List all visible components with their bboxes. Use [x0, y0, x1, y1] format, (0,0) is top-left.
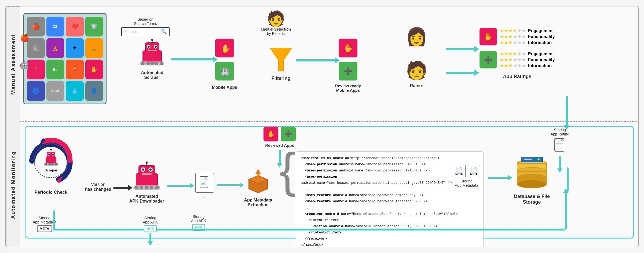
- code-line-5: ...: [301, 186, 478, 192]
- orange-box-svg: [243, 166, 273, 196]
- database-svg: [513, 157, 551, 192]
- expert-person-icon: 🧑: [261, 11, 291, 26]
- storing-app-rating-area: StoringApp Rating: [551, 128, 569, 170]
- rating-2-text: ★★★★★★ Engagement ★★★★★★ Functionality ★…: [500, 51, 555, 69]
- rating-block-2: ➕ ★★★★★★ Engagement ★★★★★★ Functionality…: [480, 51, 555, 69]
- meta-icons-pair: 📄 META 📄 META: [453, 165, 480, 177]
- robot-svg-manual: [137, 39, 167, 68]
- meta-icon-1: 📄 META: [453, 165, 466, 177]
- storing-apk-area: StoringApp APK APK: [191, 214, 206, 231]
- cross-icon-review-green: ➕: [344, 67, 352, 75]
- bottom-connection-line: [53, 229, 565, 230]
- apk-arrow-down: ↓: [195, 195, 214, 199]
- app-icon-zs: ZS: [46, 17, 64, 36]
- curly-brace: {: [280, 157, 296, 183]
- arrowhead-6: [190, 183, 194, 188]
- svg-marker-45: [270, 48, 292, 71]
- expert-label: Manuel Selectionby Experts: [261, 27, 291, 36]
- storing-apk-bottom-label: StoringApp APK: [143, 216, 158, 224]
- rating-pink-icon: ✋: [480, 28, 497, 45]
- arrowhead-4: [474, 69, 479, 76]
- app-icon-walk: 🚶: [85, 38, 103, 58]
- raters-area: 👩 🧑 Raters: [406, 28, 427, 79]
- svg-point-35: [155, 46, 157, 48]
- android-platform-icon: 🤖: [20, 60, 29, 69]
- apk-icon-area: APK ↓: [195, 173, 214, 199]
- search-placeholder: Search...: [124, 30, 161, 34]
- rater-person-1: 👩: [406, 28, 427, 45]
- arrow-to-db-left: [488, 177, 509, 179]
- app-ratings-area: ✋ ★★★★★★ Engagement ★★★★★★ Functionality…: [480, 28, 555, 69]
- code-line-2: <uses-permission android:name="android.p…: [301, 162, 478, 168]
- scraper-label-manual: AutomatedScraper: [137, 70, 167, 80]
- svg-point-42: [160, 61, 163, 65]
- arrow-ratings-down: [566, 96, 568, 126]
- app-icon-star: ✦: [66, 38, 84, 58]
- expert-selection-area: 🧑 Manuel Selectionby Experts: [261, 11, 291, 36]
- svg-point-64: [146, 162, 148, 164]
- meta-badge-1: META: [37, 225, 52, 232]
- diagram-container: Version has changed: [5, 6, 639, 247]
- svg-point-67: [142, 168, 144, 171]
- arrowhead-3: [474, 46, 479, 52]
- arrowhead-apk-down: [148, 241, 153, 246]
- review-ready-label: Review-readyMobile Apps: [335, 83, 361, 93]
- automated-section-label: Automated Monitoring: [6, 122, 20, 247]
- apk-doc-icon: APK: [195, 173, 214, 193]
- svg-point-59: [51, 163, 54, 166]
- arrow-raters-to-ratings-2: [446, 72, 475, 74]
- search-icon[interactable]: 🔍: [161, 29, 167, 35]
- search-term-label: Based onSearch Terms: [121, 17, 170, 26]
- svg-point-39: [146, 61, 150, 65]
- search-area: Based onSearch Terms Search... 🔍: [121, 17, 170, 36]
- svg-point-40: [150, 61, 154, 65]
- svg-text:🏥: 🏥: [221, 68, 229, 76]
- db-label: Database & FileStorage: [513, 194, 551, 205]
- apk-downloader-area: AutomatedAPK Downloader: [129, 161, 164, 204]
- arrow-apk-to-meta: [217, 184, 241, 186]
- storing-metadata-right-area: 📄 META 📄 META StoringApp Metadata: [453, 165, 480, 188]
- arrowhead-10: [557, 168, 562, 173]
- svg-point-54: [48, 153, 50, 155]
- svg-point-75: [155, 186, 159, 189]
- code-line-7: <uses-feature android:name="android.hard…: [301, 199, 478, 205]
- svg-marker-81: [255, 169, 261, 174]
- app-icon-person: 👤: [85, 81, 103, 101]
- rating-green-icon: ➕: [480, 51, 497, 68]
- apk-file-svg: APK: [199, 176, 210, 189]
- svg-text:✋: ✋: [221, 44, 230, 53]
- apk-storing-arrow: [149, 233, 151, 243]
- code-line-6: <uses-feature android:name="android.hard…: [301, 192, 478, 199]
- reviewed-green-icon: ➕: [281, 127, 296, 141]
- arrowhead-9: [508, 175, 512, 180]
- svg-point-73: [145, 186, 149, 189]
- mini-robot-svg: [42, 149, 60, 168]
- bottom-right-vert-line: [565, 192, 567, 229]
- stars-row-2-3: ★★★★★★ Information: [500, 63, 555, 69]
- apk-badge-bottom: APK: [144, 225, 156, 232]
- arrow-version-to-apk: [113, 187, 129, 189]
- review-green-icon: ➕: [339, 62, 357, 80]
- svg-point-58: [48, 163, 51, 166]
- mobile-apps-label: Mobile Apps: [212, 85, 237, 90]
- storing-meta-label-right: StoringApp Metadata: [453, 179, 480, 188]
- meta-icon-2: 📄 META: [468, 165, 481, 177]
- search-box[interactable]: Search... 🔍: [121, 27, 170, 36]
- app-ratings-label: App Ratings: [503, 74, 531, 79]
- code-line-9: <receiver android:name="RemoteClasses.Bo…: [301, 211, 478, 217]
- svg-text:APK: APK: [200, 182, 206, 185]
- doc-icon-svg: [553, 138, 567, 154]
- code-line-14: </manifest>: [301, 242, 478, 247]
- scraper-dashed-circle: Scraper: [34, 143, 68, 178]
- hand-icon-review-pink: ✋: [343, 43, 353, 53]
- svg-point-72: [140, 186, 143, 189]
- rating-1-text: ★★★★★★ Engagement ★★★★★★ Functionality ★…: [500, 28, 555, 46]
- app-icon-android: 🤖: [27, 38, 45, 58]
- filtering-label: Filtering: [269, 76, 293, 81]
- app-icon-yoga: 🧘: [46, 38, 64, 58]
- functionality-label-1: Functionality: [528, 34, 555, 39]
- reviewed-pink-icon: ✋: [264, 127, 278, 141]
- pink-app-icon-1: ✋: [215, 39, 234, 57]
- review-ready-area: ✋ ➕ Review-readyMobile Apps: [339, 39, 357, 80]
- filter-area: Filtering: [269, 47, 293, 81]
